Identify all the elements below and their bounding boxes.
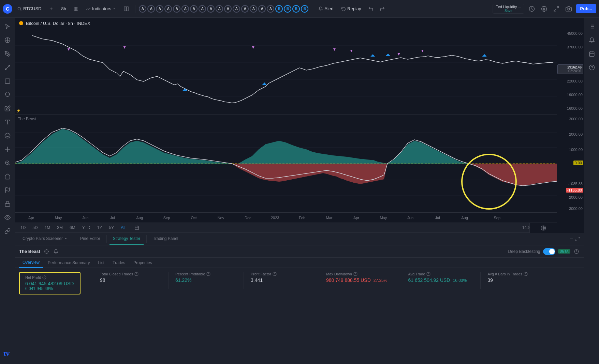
clock-icon (529, 6, 535, 12)
compare-btn[interactable] (71, 5, 81, 13)
time-dec: Dec (245, 216, 251, 220)
timeframe-btn[interactable]: 8h (58, 5, 69, 13)
range-5y[interactable]: 5Y (106, 225, 117, 231)
minimize-panel-btn[interactable] (569, 237, 580, 241)
deep-bt-help-btn[interactable] (573, 248, 580, 255)
redo-btn[interactable] (378, 4, 387, 14)
pine-editor-tab[interactable]: Pine Editor (77, 233, 104, 245)
settings-btn[interactable] (539, 4, 549, 14)
trading-panel-label: Trading Panel (153, 236, 178, 241)
indicator-circle-12[interactable]: A (233, 5, 240, 13)
flag-tool[interactable] (1, 184, 14, 196)
symbol-search-btn[interactable]: BTCUSD (14, 5, 44, 13)
eye-tool[interactable] (1, 211, 14, 224)
indicator-circle-5[interactable]: A (173, 5, 180, 13)
oscillator-chart[interactable]: The Beast (15, 115, 557, 212)
indicator-circle-2[interactable]: A (147, 5, 155, 13)
deep-backtesting-toggle[interactable] (543, 248, 555, 255)
tradingview-logo[interactable]: C (3, 4, 12, 14)
indicator-circle-1[interactable]: A (139, 5, 146, 13)
range-3m[interactable]: 3M (54, 225, 65, 231)
svg-marker-58 (386, 54, 390, 56)
home-tool[interactable] (1, 170, 14, 183)
crypto-pairs-screener-tab[interactable]: Crypto Pairs Screener (19, 233, 71, 245)
date-range-calendar-btn[interactable] (132, 223, 142, 232)
line-tool[interactable] (1, 61, 14, 74)
text-tool[interactable] (1, 116, 14, 128)
strategy-alert-btn[interactable] (53, 248, 59, 255)
indicator-circle-18[interactable]: B (284, 5, 291, 13)
undo-btn[interactable] (366, 4, 376, 14)
indicator-circle-17[interactable]: B (275, 5, 283, 13)
nav-sep-3 (146, 235, 147, 243)
camera-btn[interactable] (564, 4, 573, 14)
range-6m[interactable]: 6M (67, 225, 78, 231)
layout-btn[interactable] (121, 5, 132, 13)
indicator-circle-13[interactable]: A (241, 5, 249, 13)
bell-icon (54, 249, 58, 254)
clock-btn[interactable] (527, 4, 537, 14)
add-symbol-btn[interactable] (46, 5, 56, 13)
current-price-time: 02:24:01 (559, 69, 582, 73)
link-tool[interactable] (1, 225, 14, 237)
plus-icon (49, 6, 54, 11)
expand-btn[interactable] (552, 4, 561, 14)
indicator-circle-14[interactable]: A (250, 5, 257, 13)
watchlist-icon[interactable] (586, 20, 598, 33)
svg-point-17 (9, 65, 10, 66)
question-icon[interactable] (586, 61, 598, 74)
range-all[interactable]: All (118, 225, 128, 231)
trading-panel-tab[interactable]: Trading Panel (149, 233, 181, 245)
svg-marker-48 (68, 48, 70, 51)
performance-summary-tab[interactable]: Performance Summary (44, 258, 93, 268)
cursor-tool[interactable] (1, 20, 14, 33)
indicators-btn[interactable]: Indicators (83, 5, 119, 13)
magnet-tool[interactable] (1, 89, 14, 101)
list-tab[interactable]: List (94, 258, 108, 268)
indicator-circle-9[interactable]: A (207, 5, 215, 13)
range-1m[interactable]: 1M (42, 225, 53, 231)
lock-tool[interactable] (1, 198, 14, 210)
measure-tool[interactable] (1, 143, 14, 155)
range-1d[interactable]: 1D (18, 225, 28, 231)
panel-header: The Beast Deep Backtesting BETA (15, 245, 584, 258)
indicator-circle-10[interactable]: A (216, 5, 223, 13)
indicator-circle-16[interactable]: A (267, 5, 274, 13)
osc-3000: 3000.00 (569, 117, 583, 121)
publish-btn[interactable]: Pub... (576, 4, 596, 13)
indicator-circle-3[interactable]: A (156, 5, 163, 13)
percent-profitable-label: Percent Profitable (175, 272, 230, 276)
alert-bell-icon[interactable] (586, 34, 598, 46)
overview-tab[interactable]: Overview (19, 258, 43, 268)
calendar-icon[interactable] (586, 48, 598, 60)
indicator-circle-4[interactable]: A (164, 5, 172, 13)
indicator-circle-15[interactable]: A (258, 5, 266, 13)
strategy-settings-btn[interactable] (43, 248, 50, 255)
price-chart[interactable]: ⚡ (15, 29, 557, 114)
indicator-circle-20[interactable]: B (301, 5, 308, 13)
chart-container: Bitcoin / U.S. Dollar · 8h · INDEX (15, 18, 584, 364)
strategy-name: The Beast (19, 249, 40, 254)
pencil-tool[interactable] (1, 102, 14, 115)
strategy-tester-tab[interactable]: Strategy Tester (109, 233, 144, 245)
alert-btn[interactable]: Alert (316, 5, 336, 13)
shape-tool[interactable] (1, 75, 14, 87)
indicator-circle-8[interactable]: A (199, 5, 206, 13)
indicator-circle-6[interactable]: A (181, 5, 189, 13)
crosshair-tool[interactable] (1, 34, 14, 46)
symbol-label: BTCUSD (23, 6, 41, 11)
indicator-circle-19[interactable]: B (292, 5, 300, 13)
brush-tool[interactable] (1, 48, 14, 60)
emoji-tool[interactable] (1, 130, 14, 142)
replay-btn[interactable]: Replay (338, 5, 364, 13)
properties-tab[interactable]: Properties (130, 258, 156, 268)
compare-icon (74, 6, 78, 11)
range-1y[interactable]: 1Y (94, 225, 105, 231)
range-ytd[interactable]: YTD (79, 225, 93, 231)
zoom-tool[interactable] (1, 157, 14, 169)
indicator-circle-7[interactable]: A (190, 5, 198, 13)
fed-liquidity-btn[interactable]: Fed Liquidity ... Save (493, 4, 524, 14)
range-5d[interactable]: 5D (30, 225, 40, 231)
indicator-circle-11[interactable]: A (224, 5, 232, 13)
trades-tab[interactable]: Trades (109, 258, 129, 268)
